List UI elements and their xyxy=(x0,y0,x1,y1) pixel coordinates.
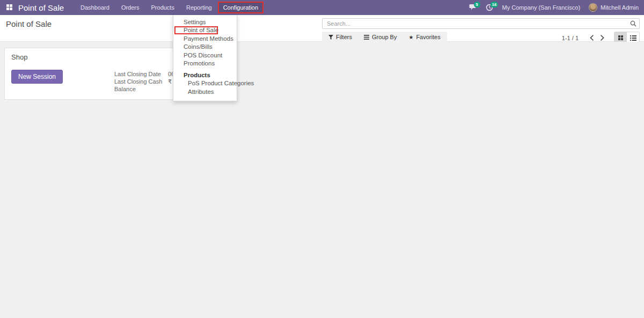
search-input[interactable] xyxy=(322,18,640,29)
main-menu: Dashboard Orders Products Reporting Conf… xyxy=(75,0,264,15)
new-session-button[interactable]: New Session xyxy=(11,70,63,84)
configuration-dropdown: Settings Point of Sale Payment Methods C… xyxy=(173,15,237,101)
kanban-view: Shop New Session Last Closing Date 06/ L… xyxy=(0,42,644,318)
apps-menu-icon[interactable] xyxy=(6,4,13,11)
dropdown-item-coins-bills[interactable]: Coins/Bills xyxy=(173,43,237,51)
dropdown-item-point-of-sale[interactable]: Point of Sale xyxy=(173,26,237,35)
messages-tray[interactable]: 5 xyxy=(469,4,477,12)
top-navbar: Point of Sale Dashboard Orders Products … xyxy=(0,0,644,15)
dropdown-item-pos-product-categories[interactable]: PoS Product Categories xyxy=(173,79,237,88)
funnel-icon xyxy=(328,35,333,40)
dropdown-section-products: Products xyxy=(173,71,237,79)
systray: 5 16 My Company (San Francisco) Mitchell… xyxy=(469,3,639,12)
favorites-button[interactable]: ★ Favorites xyxy=(408,34,440,40)
search-box xyxy=(322,18,640,29)
list-view-icon xyxy=(630,35,636,41)
last-closing-cash-label: Last Closing Cash Balance xyxy=(114,78,166,93)
pager-counter: 1-1 / 1 xyxy=(562,35,579,41)
kanban-view-icon xyxy=(618,35,623,40)
dropdown-item-label: Point of Sale xyxy=(184,27,218,33)
group-by-label: Group By xyxy=(372,34,397,40)
activities-tray[interactable]: 16 xyxy=(486,4,494,12)
menu-reporting[interactable]: Reporting xyxy=(180,2,218,13)
menu-products[interactable]: Products xyxy=(145,2,180,13)
activities-badge: 16 xyxy=(491,2,499,8)
favorites-label: Favorites xyxy=(416,34,440,40)
user-name: Mitchell Admin xyxy=(601,4,639,11)
pos-app: Point of Sale Dashboard Orders Products … xyxy=(0,0,644,318)
messages-badge: 5 xyxy=(474,2,480,8)
filters-button[interactable]: Filters xyxy=(328,34,352,40)
app-brand[interactable]: Point of Sale xyxy=(18,3,64,12)
group-by-button[interactable]: Group By xyxy=(364,34,397,40)
dropdown-item-payment-methods[interactable]: Payment Methods xyxy=(173,34,237,43)
breadcrumb: Point of Sale xyxy=(6,19,52,28)
star-icon: ★ xyxy=(408,35,413,40)
dropdown-item-settings[interactable]: Settings xyxy=(173,18,237,26)
bars-icon xyxy=(364,35,369,40)
last-closing-date-label: Last Closing Date xyxy=(114,70,166,78)
menu-dashboard[interactable]: Dashboard xyxy=(75,2,115,13)
user-menu[interactable]: Mitchell Admin xyxy=(589,3,639,12)
company-switcher[interactable]: My Company (San Francisco) xyxy=(502,4,581,11)
dropdown-item-pos-discount[interactable]: POS Discount xyxy=(173,51,237,60)
search-filter-bar: Filters Group By ★ Favorites xyxy=(322,32,447,42)
search-icon[interactable] xyxy=(630,20,636,27)
dropdown-item-promotions[interactable]: Promotions xyxy=(173,60,237,68)
user-avatar xyxy=(589,3,597,12)
card-title: Shop xyxy=(11,53,27,61)
menu-orders[interactable]: Orders xyxy=(115,2,145,13)
control-panel: Point of Sale Filters xyxy=(0,15,644,42)
dropdown-item-attributes[interactable]: Attributes xyxy=(173,87,237,96)
filters-label: Filters xyxy=(336,34,352,40)
menu-configuration[interactable]: Configuration xyxy=(218,2,264,13)
